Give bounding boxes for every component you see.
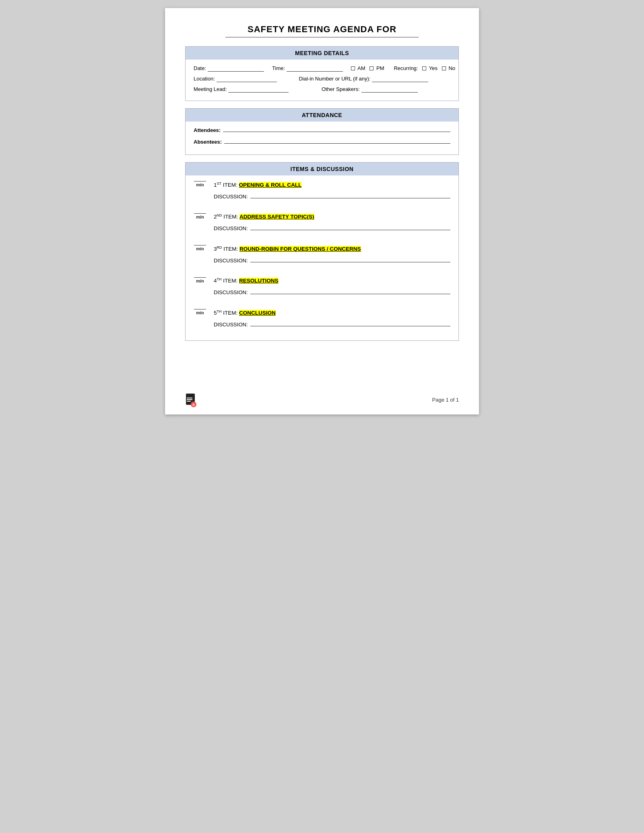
details-row-3: Meeting Lead: Other Speakers: (194, 86, 450, 93)
agenda-item-3: min 3RD ITEM: ROUND-ROBIN FOR QUESTIONS … (186, 239, 458, 272)
attendance-header: ATTENDANCE (186, 109, 458, 122)
item-1-min-col: min (190, 181, 210, 187)
item-5-min-label: min (196, 310, 204, 315)
item-1-discussion-label: DISCUSSION: (214, 194, 248, 200)
meeting-details-section: MEETING DETAILS Date: Time: AM PM (185, 46, 459, 101)
item-5-title: 5TH ITEM: CONCLUSION (214, 309, 450, 316)
date-underline (208, 65, 264, 72)
item-1-title: 1ST ITEM: OPENING & ROLL CALL (214, 181, 450, 188)
footer-logo: e (185, 394, 197, 406)
item-3-min-line (194, 245, 206, 245)
pm-checkbox[interactable] (369, 66, 374, 70)
item-3-number: 3RD ITEM: (214, 246, 239, 252)
items-body: min 1ST ITEM: OPENING & ROLL CALL DISCUS… (186, 175, 458, 340)
item-3-discussion-label: DISCUSSION: (214, 258, 248, 264)
item-4-top-row: min 4TH ITEM: RESOLUTIONS (190, 277, 450, 287)
recurring-group: Recurring: Yes No (394, 65, 455, 71)
page-footer: e Page 1 of 1 (185, 394, 459, 406)
item-5-min-line (194, 309, 206, 309)
item-5-text: CONCLUSION (239, 310, 276, 316)
item-4-min-line (194, 277, 206, 278)
am-pm: AM PM (351, 65, 384, 71)
item-5-discussion-label: DISCUSSION: (214, 322, 248, 328)
agenda-item-5: min 5TH ITEM: CONCLUSION DISCUSSION: (186, 303, 458, 340)
meeting-lead-underline (228, 86, 289, 93)
item-1-number: 1ST ITEM: (214, 182, 239, 188)
item-4-discussion-line (250, 294, 450, 294)
item-3-content: 3RD ITEM: ROUND-ROBIN FOR QUESTIONS / CO… (214, 245, 450, 255)
item-1-discussion: DISCUSSION: (190, 194, 450, 200)
no-label: No (448, 65, 455, 71)
doc-line3 (187, 401, 191, 402)
yes-checkbox[interactable] (422, 66, 426, 70)
absentees-row: Absentees: (194, 139, 450, 145)
item-2-top-row: min 2ND ITEM: ADDRESS SAFETY TOPIC(S) (190, 213, 450, 223)
item-1-top-row: min 1ST ITEM: OPENING & ROLL CALL (190, 181, 450, 191)
item-5-discussion: DISCUSSION: (190, 322, 450, 328)
dialin-label: Dial-in Number or URL (if any): (299, 76, 370, 82)
doc-badge-text: e (192, 402, 195, 407)
no-checkbox[interactable] (442, 66, 446, 70)
location-label: Location: (194, 76, 215, 82)
attendees-row: Attendees: (194, 127, 450, 133)
item-2-min-col: min (190, 213, 210, 219)
item-4-content: 4TH ITEM: RESOLUTIONS (214, 277, 450, 287)
attendees-line (223, 132, 450, 132)
document-page: SAFETY MEETING AGENDA FOR MEETING DETAIL… (165, 8, 479, 414)
item-2-discussion-line (250, 230, 450, 230)
meeting-details-header: MEETING DETAILS (186, 47, 458, 60)
yes-label: Yes (429, 65, 438, 71)
items-section: ITEMS & DISCUSSION min 1ST ITEM: OPENING… (185, 162, 459, 341)
agenda-item-2: min 2ND ITEM: ADDRESS SAFETY TOPIC(S) DI… (186, 208, 458, 240)
item-5-top-row: min 5TH ITEM: CONCLUSION (190, 309, 450, 319)
other-speakers-label: Other Speakers: (322, 86, 360, 92)
details-row-2: Location: Dial-in Number or URL (if any)… (194, 76, 450, 82)
item-2-min-line (194, 213, 206, 214)
item-2-text: ADDRESS SAFETY TOPIC(S) (239, 214, 314, 220)
items-header: ITEMS & DISCUSSION (186, 163, 458, 175)
document-icon: e (185, 394, 197, 407)
item-3-discussion-line (250, 262, 450, 262)
item-5-min-col: min (190, 309, 210, 315)
item-1-min-line (194, 181, 206, 181)
pm-label: PM (376, 65, 384, 71)
item-4-text: RESOLUTIONS (239, 278, 279, 284)
item-4-number: 4TH ITEM: (214, 278, 239, 284)
attendance-body: Attendees: Absentees: (186, 122, 458, 155)
item-1-content: 1ST ITEM: OPENING & ROLL CALL (214, 181, 450, 191)
item-1-text: OPENING & ROLL CALL (239, 182, 302, 188)
item-3-text: ROUND-ROBIN FOR QUESTIONS / CONCERNS (239, 246, 361, 252)
item-5-content: 5TH ITEM: CONCLUSION (214, 309, 450, 319)
item-2-title: 2ND ITEM: ADDRESS SAFETY TOPIC(S) (214, 213, 450, 220)
item-3-title: 3RD ITEM: ROUND-ROBIN FOR QUESTIONS / CO… (214, 245, 450, 252)
item-3-discussion: DISCUSSION: (190, 258, 450, 264)
recurring-label: Recurring: (394, 65, 418, 71)
item-4-discussion: DISCUSSION: (190, 289, 450, 295)
footer-page-label: Page 1 of 1 (432, 397, 459, 403)
item-2-discussion: DISCUSSION: (190, 225, 450, 231)
item-4-title: 4TH ITEM: RESOLUTIONS (214, 277, 450, 284)
item-1-min-label: min (196, 182, 204, 187)
page-title: SAFETY MEETING AGENDA FOR (185, 24, 459, 35)
doc-line2 (187, 399, 192, 400)
date-label: Date: (194, 65, 206, 71)
am-label: AM (357, 65, 365, 71)
location-underline (217, 76, 277, 82)
agenda-item-1: min 1ST ITEM: OPENING & ROLL CALL DISCUS… (186, 175, 458, 208)
time-label: Time: (272, 65, 285, 71)
title-underline (225, 37, 419, 37)
item-3-min-col: min (190, 245, 210, 251)
attendance-section: ATTENDANCE Attendees: Absentees: (185, 108, 459, 155)
meeting-lead-label: Meeting Lead: (194, 86, 227, 92)
item-2-number: 2ND ITEM: (214, 214, 239, 220)
am-checkbox[interactable] (351, 66, 355, 70)
meeting-details-body: Date: Time: AM PM Recurring: (186, 60, 458, 101)
agenda-item-4: min 4TH ITEM: RESOLUTIONS DISCUSSION: (186, 272, 458, 304)
item-2-min-label: min (196, 214, 204, 219)
time-underline (287, 65, 343, 72)
item-4-min-col: min (190, 277, 210, 283)
other-speakers-underline (361, 86, 418, 93)
dialin-underline (372, 76, 428, 82)
doc-line1 (187, 398, 192, 398)
item-4-min-label: min (196, 278, 204, 283)
